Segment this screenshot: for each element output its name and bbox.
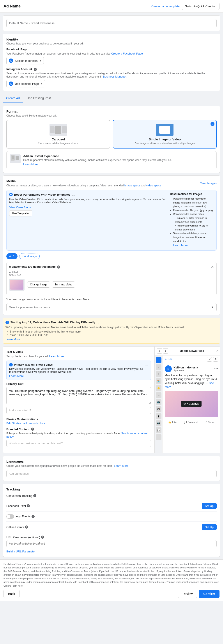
- mobile-post-preview: ✏ Edit ↺ ⚙ K Kelbion Indone: [162, 356, 220, 453]
- identity-title: Identity: [6, 38, 217, 41]
- like-action[interactable]: 👍 Like: [168, 421, 176, 424]
- preview-icon-instagram[interactable]: 📷: [156, 420, 162, 426]
- app-events-toggle[interactable]: [6, 514, 14, 519]
- preview-icon-phone[interactable]: 📱: [156, 413, 162, 419]
- switch-to-quick-creation-button[interactable]: Switch to Quick Creation: [182, 3, 220, 10]
- confirm-button[interactable]: Confirm: [199, 590, 220, 598]
- preview-icon-more[interactable]: ⋯: [156, 434, 162, 440]
- share-action[interactable]: ↗ Share: [205, 421, 214, 424]
- use-templates-button[interactable]: Use Templates: [9, 210, 32, 216]
- preview-icon-store[interactable]: 🏪: [156, 378, 162, 384]
- facebook-page-selector[interactable]: K Kelbion Indonesia ▼: [6, 57, 44, 64]
- mobile-post-content: K Kelbion Indonesia Sponsored ••• Mau li…: [162, 363, 220, 428]
- mobile-post-image: ⊙ KELBION: [165, 391, 218, 417]
- placement-selector[interactable]: Select a placement to customize ▼: [6, 303, 217, 311]
- add-image-button[interactable]: + Add Image: [19, 253, 40, 259]
- create-facebook-page-link[interactable]: Create a Facebook Page: [111, 52, 143, 55]
- primary-text-textarea[interactable]: Mau liburan ke pangandaran tapi bingung …: [6, 387, 151, 404]
- instagram-avatar: K: [9, 82, 13, 86]
- video-banner-text: Use the Video Creation Kit to create vid…: [9, 198, 167, 204]
- tab-use-existing[interactable]: Use Existing Post: [23, 94, 54, 103]
- comment-action[interactable]: 💬 Comment: [184, 421, 198, 424]
- single-image-format-option[interactable]: ✓ Single Image or Video One image or vid…: [113, 120, 217, 148]
- preview-icon-messenger[interactable]: 💬: [156, 427, 162, 433]
- preview-icon-tv[interactable]: 📺: [156, 399, 162, 405]
- tracking-section: Tracking Conversion Tracking ? Facebook …: [3, 484, 220, 557]
- instagram-option: Use selected Page: [15, 82, 39, 86]
- turn-into-video-button[interactable]: Turn into Video: [52, 282, 75, 288]
- build-url-parameter-link[interactable]: Build a URL Parameter: [6, 550, 36, 553]
- instant-exp-learn-more-link[interactable]: Learn More: [23, 162, 38, 166]
- placement-close-button[interactable]: ✕: [211, 265, 214, 269]
- back-button[interactable]: Back: [4, 590, 20, 598]
- best-practice-item: To maximize ad delivery, use an image th…: [173, 232, 214, 243]
- app-events-help-icon[interactable]: ?: [32, 515, 34, 518]
- single-format-name: Single Image or Video: [117, 138, 213, 141]
- view-case-study-link[interactable]: View Case Study: [9, 206, 167, 209]
- add-website-url-input[interactable]: [6, 407, 151, 414]
- languages-learn-more[interactable]: Learn More: [114, 464, 128, 468]
- instant-experience-section: Add an Instant Experience Capture people…: [6, 151, 217, 169]
- instagram-help-icon[interactable]: ?: [34, 68, 37, 71]
- languages-section: Languages Create your ad in different la…: [3, 456, 220, 481]
- refresh-icon[interactable]: ↺: [207, 357, 212, 362]
- placement-help-icon[interactable]: ?: [57, 266, 60, 268]
- url-params-input[interactable]: [6, 540, 217, 547]
- carousel-format-name: Carousel: [10, 138, 106, 141]
- next-arrow[interactable]: ›: [163, 348, 168, 354]
- post-more-options[interactable]: •••: [214, 367, 218, 371]
- mobile-post-actions: 👍 Like 💬 Comment ↗ Share: [165, 419, 218, 426]
- edit-stories-link[interactable]: Edit Stories background colors: [6, 422, 45, 425]
- text-links-subtitle: Set up the text and links for your ad. L…: [6, 355, 151, 358]
- branded-content-help-icon[interactable]: ?: [31, 428, 34, 431]
- business-manager-link[interactable]: Business Manager.: [103, 75, 127, 78]
- primary-text-banner-dots[interactable]: ...: [145, 363, 148, 367]
- preview-icon-home[interactable]: ⌂: [156, 357, 162, 363]
- instagram-page-selector[interactable]: K Use selected Page ▼: [6, 80, 45, 88]
- ad-tab-1[interactable]: Ad 1: [6, 253, 18, 259]
- news-banner-learn-more[interactable]: Learn More: [6, 338, 20, 341]
- clear-images-link[interactable]: Clear Images: [200, 182, 217, 185]
- preview-edit-button[interactable]: ✏ Edit: [165, 358, 172, 361]
- offline-events-setup-button[interactable]: Set Up: [202, 524, 217, 530]
- prev-arrow[interactable]: ‹: [157, 348, 162, 354]
- ad-name-input[interactable]: [6, 19, 217, 28]
- conversion-tracking-help-icon[interactable]: ?: [33, 494, 36, 497]
- preview-edit-icons: ↺ ⚙: [207, 357, 218, 362]
- preview-icon-feed[interactable]: ≡: [156, 364, 162, 370]
- languages-input[interactable]: [6, 470, 217, 477]
- placement-header: 8 placements are using this image ? ✕: [9, 265, 214, 269]
- preview-icon-gaming[interactable]: 🎮: [156, 406, 162, 412]
- url-params-help-icon[interactable]: ?: [41, 536, 44, 539]
- change-image-button[interactable]: Change Image: [27, 282, 50, 288]
- news-banner-text: We're updating the way ads appear on Mob…: [6, 326, 218, 329]
- news-banner-dots[interactable]: ...: [96, 320, 100, 324]
- branded-content-input[interactable]: [6, 440, 151, 447]
- facebook-pixel-row: Facebook Pixel ? Set Up: [6, 503, 217, 512]
- text-and-preview-layout: Text & Links Set up the text and links f…: [3, 346, 220, 453]
- video-banner-title: ▶ Boost Performance With Video Templates…: [9, 192, 167, 196]
- facebook-pixel-help-icon[interactable]: ?: [27, 504, 30, 507]
- comment-icon: 💬: [184, 421, 187, 424]
- video-badge-icon: ▶: [9, 193, 13, 196]
- carousel-format-option[interactable]: Carousel 2 or more scrollable images or …: [6, 120, 110, 148]
- expand-icon[interactable]: ⤢: [215, 349, 218, 353]
- settings-icon[interactable]: ⚙: [213, 357, 218, 362]
- primary-text-banner-learn-more[interactable]: Learn More: [9, 374, 145, 378]
- tab-create-ad[interactable]: Create Ad: [3, 94, 23, 103]
- video-banner-dots[interactable]: ...: [72, 192, 74, 196]
- video-specs-link[interactable]: video specs: [146, 184, 161, 187]
- create-template-link[interactable]: Create name template: [151, 4, 180, 8]
- preview-icon-video[interactable]: ▷: [156, 371, 162, 377]
- carousel-format-desc: 2 or more scrollable images or videos: [10, 142, 106, 144]
- preview-icon-menu[interactable]: ☰: [156, 392, 162, 398]
- offline-events-label: Offline Events ?: [6, 526, 28, 529]
- languages-title: Languages: [6, 460, 217, 463]
- image-specs-link[interactable]: image specs: [124, 184, 140, 187]
- facebook-pixel-setup-button[interactable]: Set Up: [202, 503, 217, 509]
- offline-events-help-icon[interactable]: ?: [25, 526, 28, 528]
- text-links-learn-more[interactable]: Learn More: [49, 355, 64, 358]
- preview-icon-notification[interactable]: 🔔: [156, 385, 162, 391]
- tracking-title: Tracking: [6, 488, 217, 491]
- review-button[interactable]: Review: [178, 590, 197, 598]
